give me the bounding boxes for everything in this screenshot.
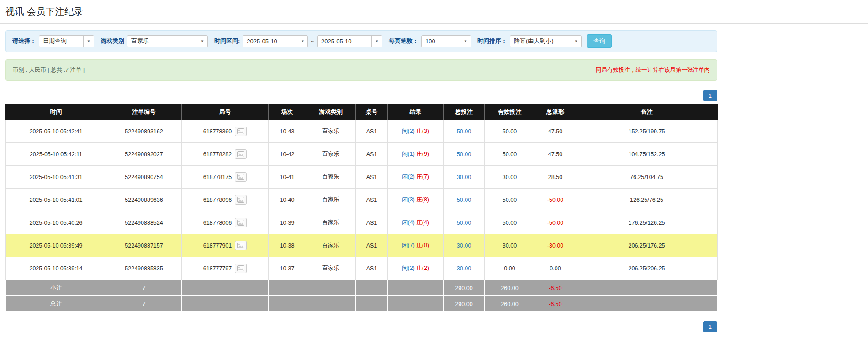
footer-empty-cell <box>306 280 356 296</box>
bet-id-cell: 522490888524 <box>106 211 182 234</box>
bet-id-cell: 522490885835 <box>106 257 182 280</box>
table-no-cell: AS1 <box>356 257 388 280</box>
time-cell: 2025-05-10 05:41:31 <box>6 166 106 189</box>
note-cell: 126.25/76.25 <box>576 189 718 211</box>
table-no-cell: AS1 <box>356 120 388 143</box>
game-type-cell: 百家乐 <box>306 120 356 143</box>
total-bet-link[interactable]: 30.00 <box>444 257 485 280</box>
banker-result: 庄(9) <box>416 151 429 157</box>
total-bet-link[interactable]: 50.00 <box>444 143 485 166</box>
footer-total-bet: 290.00 <box>444 280 485 296</box>
note-cell: 176.25/126.25 <box>576 211 718 234</box>
chevron-down-icon[interactable]: ▼ <box>460 36 471 47</box>
main-content: 请选择： 日期查询 ▼ 游戏类别 百家乐 ▼ 时间区间: 2025-05-10 … <box>5 30 717 332</box>
banker-result: 庄(4) <box>416 219 429 226</box>
game-type-value: 百家乐 <box>127 36 197 47</box>
date-to-value: 2025-05-10 <box>318 36 371 47</box>
result-image-icon[interactable] <box>235 172 247 182</box>
range-separator: ~ <box>311 38 314 45</box>
result-image-icon[interactable] <box>235 218 247 227</box>
chevron-down-icon[interactable]: ▼ <box>297 36 307 47</box>
time-cell: 2025-05-10 05:42:11 <box>6 143 106 166</box>
valid-bet-cell: 50.00 <box>485 211 535 234</box>
result-image-icon[interactable] <box>235 149 247 159</box>
chevron-down-icon[interactable]: ▼ <box>571 36 581 47</box>
total-bet-link[interactable]: 50.00 <box>444 211 485 234</box>
footer-valid-bet: 260.00 <box>485 296 535 312</box>
table-no-cell: AS1 <box>356 211 388 234</box>
session-cell: 10-39 <box>269 211 306 234</box>
filter-bar: 请选择： 日期查询 ▼ 游戏类别 百家乐 ▼ 时间区间: 2025-05-10 … <box>5 30 717 52</box>
table-no-cell: AS1 <box>356 234 388 257</box>
note-cell: 206.25/176.25 <box>576 234 718 257</box>
round-number: 618778282 <box>203 151 232 158</box>
bet-id-cell: 522490890754 <box>106 166 182 189</box>
query-type-select[interactable]: 日期查询 ▼ <box>39 35 94 47</box>
total-bet-link[interactable]: 50.00 <box>444 189 485 211</box>
banker-result: 庄(0) <box>416 242 429 248</box>
footer-count: 7 <box>106 280 182 296</box>
bet-row: 2025-05-10 05:42:41522490893162618778360… <box>6 120 718 143</box>
footer-empty-cell <box>306 296 356 312</box>
bet-id-cell: 522490893162 <box>106 120 182 143</box>
game-type-select[interactable]: 百家乐 ▼ <box>127 35 208 47</box>
query-type-label: 请选择： <box>12 37 36 45</box>
time-cell: 2025-05-10 05:42:41 <box>6 120 106 143</box>
valid-bet-cell: 0.00 <box>485 257 535 280</box>
date-from-value: 2025-05-10 <box>243 36 297 47</box>
session-cell: 10-38 <box>269 234 306 257</box>
page-header: 视讯 会员下注纪录 <box>0 0 868 24</box>
valid-bet-cell: 30.00 <box>485 166 535 189</box>
round-number: 618778360 <box>203 128 232 135</box>
page-1-button[interactable]: 1 <box>703 90 717 101</box>
total-bet-link[interactable]: 30.00 <box>444 166 485 189</box>
pagination-top: 1 <box>5 90 717 101</box>
result-image-icon[interactable] <box>235 195 247 205</box>
total-bet-link[interactable]: 50.00 <box>444 120 485 143</box>
round-cell: 618777901 <box>182 234 269 257</box>
column-header: 总派彩 <box>535 104 576 120</box>
bet-row: 2025-05-10 05:41:01522490889636618778096… <box>6 189 718 211</box>
query-type-value: 日期查询 <box>39 36 83 47</box>
valid-bet-cell: 50.00 <box>485 189 535 211</box>
footer-payout: -6.50 <box>535 296 576 312</box>
result-image-icon[interactable] <box>235 127 247 136</box>
player-result: 闲(2) <box>402 265 415 271</box>
footer-empty-cell <box>269 280 306 296</box>
chevron-down-icon[interactable]: ▼ <box>371 36 382 47</box>
chevron-down-icon[interactable]: ▼ <box>83 36 94 47</box>
date-from-picker[interactable]: 2025-05-10 ▼ <box>243 35 308 47</box>
page-1-button[interactable]: 1 <box>703 321 717 332</box>
footer-count: 7 <box>106 296 182 312</box>
result-image-icon[interactable] <box>235 264 247 273</box>
time-cell: 2025-05-10 05:40:26 <box>6 211 106 234</box>
footer-empty-cell <box>182 296 269 312</box>
search-button[interactable]: 查询 <box>587 34 612 48</box>
session-cell: 10-41 <box>269 166 306 189</box>
player-result: 闲(2) <box>402 128 415 134</box>
footer-empty-cell <box>269 296 306 312</box>
table-no-cell: AS1 <box>356 189 388 211</box>
date-to-picker[interactable]: 2025-05-10 ▼ <box>317 35 382 47</box>
payout-cell: 0.00 <box>535 257 576 280</box>
round-number: 618778096 <box>203 197 232 203</box>
payout-cell: 28.50 <box>535 166 576 189</box>
game-type-label: 游戏类别 <box>101 37 124 45</box>
result-image-icon[interactable] <box>235 241 247 250</box>
footer-valid-bet: 260.00 <box>485 280 535 296</box>
round-cell: 618778175 <box>182 166 269 189</box>
session-cell: 10-40 <box>269 189 306 211</box>
bet-id-cell: 522490887157 <box>106 234 182 257</box>
banker-result: 庄(3) <box>416 128 429 134</box>
currency-total-text: 币别 : 人民币 | 总共 :7 注单 | <box>13 66 85 74</box>
round-cell: 618777797 <box>182 257 269 280</box>
payout-cell: 47.50 <box>535 143 576 166</box>
chevron-down-icon[interactable]: ▼ <box>197 36 207 47</box>
bet-row: 2025-05-10 05:41:31522490890754618778175… <box>6 166 718 189</box>
sort-order-select[interactable]: 降幂(由大到小) ▼ <box>510 35 582 47</box>
date-range-label: 时间区间: <box>214 37 240 45</box>
time-cell: 2025-05-10 05:39:49 <box>6 234 106 257</box>
bet-row: 2025-05-10 05:42:11522490892027618778282… <box>6 143 718 166</box>
page-size-select[interactable]: 100 ▼ <box>421 35 471 47</box>
total-bet-link[interactable]: 30.00 <box>444 234 485 257</box>
